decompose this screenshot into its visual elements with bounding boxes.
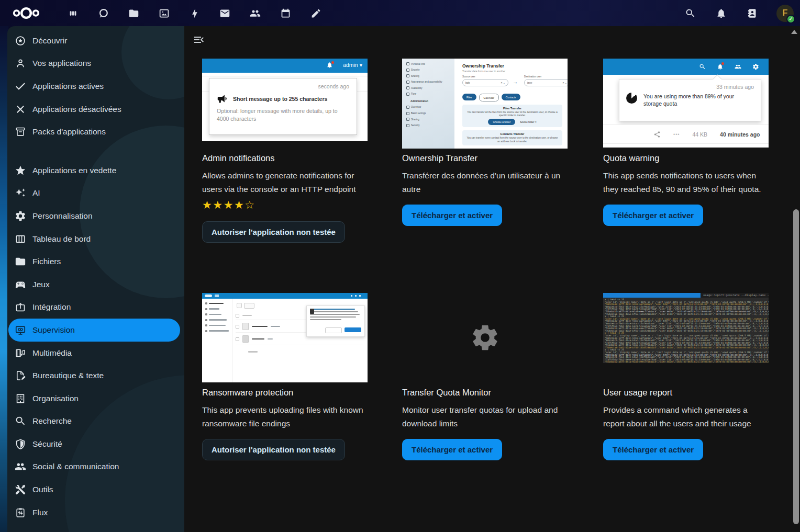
thumb-settings-item: Availability: [406, 86, 454, 89]
scrollbar-thumb[interactable]: [793, 209, 799, 524]
app-title[interactable]: Ransomware protection: [202, 388, 368, 398]
sidebar-item-active-apps[interactable]: Applications actives: [7, 75, 184, 98]
thumb-pill-calendar: Calendar: [479, 94, 499, 101]
topbar-app-files-icon[interactable]: [128, 8, 139, 19]
topbar-app-notes-icon[interactable]: [310, 8, 321, 19]
thumb-source-folder: Source folder ×: [520, 121, 536, 123]
sidebar-item-disabled-apps[interactable]: Applications désactivées: [7, 98, 184, 121]
scrollbar-up-arrow-icon[interactable]: [791, 30, 797, 34]
thumb-folder-tab: [215, 295, 219, 297]
download-and-enable-button[interactable]: Télécharger et activer: [603, 205, 703, 226]
sidebar-item-customization[interactable]: Personnalisation: [7, 205, 184, 228]
sidebar-item-ai[interactable]: AI: [7, 182, 184, 205]
topbar-app-activity-icon[interactable]: [189, 8, 200, 19]
app-title[interactable]: Transfer Quota Monitor: [402, 388, 568, 398]
app-description: Monitor user transfer quotas for upload …: [402, 403, 568, 431]
app-screenshot-quota-warning: 33 minutes ago You are using more than 8…: [603, 59, 769, 153]
sidebar-item-files[interactable]: Fichiers: [7, 250, 184, 273]
app-card-admin-notifications[interactable]: admin ▾ seconds ago Short message up to …: [202, 59, 368, 243]
topbar-app-dashboard-icon[interactable]: [68, 8, 79, 19]
sidebar-item-label: Outils: [32, 485, 53, 494]
download-and-enable-button[interactable]: Télécharger et activer: [603, 439, 703, 460]
sidebar-item-office[interactable]: Bureautique & texte: [7, 364, 184, 387]
sidebar-item-app-bundles[interactable]: Packs d'applications: [7, 120, 184, 143]
sidebar-item-organization[interactable]: Organisation: [7, 387, 184, 410]
topbar-app-mail-icon[interactable]: [219, 8, 230, 19]
pie-chart-icon: [626, 93, 637, 104]
sidebar-item-dashboard[interactable]: Tableau de bord: [7, 228, 184, 251]
sidebar-item-your-apps[interactable]: Vos applications: [7, 52, 184, 75]
topbar-app-talk-icon[interactable]: [98, 8, 109, 19]
thumb-pill-files: Files: [462, 94, 476, 100]
topbar-right-actions: F ✓: [685, 0, 794, 26]
user-avatar[interactable]: F ✓: [776, 5, 794, 22]
app-screenshot-ownership-transfer: Personal infoSecuritySharingAppearance a…: [402, 59, 568, 153]
app-card-user-usage-report[interactable]: usage:report:generate --display-name --l…: [603, 293, 769, 460]
app-card-ransomware-protection[interactable]: Ransomware protection This app prevents …: [202, 293, 368, 460]
thumb-notification-popup: seconds ago Short message up to 255 char…: [209, 78, 357, 135]
topbar-app-calendar-icon[interactable]: [280, 8, 291, 19]
magnify-icon: [699, 63, 706, 70]
app-card-ownership-transfer[interactable]: Personal infoSecuritySharingAppearance a…: [402, 59, 568, 226]
thumb-header-icons: [351, 295, 364, 297]
app-title[interactable]: Ownership Transfer: [402, 153, 568, 163]
sidebar-item-discover[interactable]: Découvrir: [7, 29, 184, 52]
nextcloud-logo-icon[interactable]: [12, 5, 40, 21]
sidebar-item-monitoring[interactable]: Supervision: [8, 319, 180, 342]
sidebar-item-multimedia[interactable]: Multimédia: [7, 342, 184, 365]
topbar-app-contacts-icon[interactable]: [250, 8, 261, 19]
sidebar-item-tools[interactable]: Outils: [7, 478, 184, 501]
thumb-dest-label: Destination user: [524, 75, 541, 78]
monitor-eye-icon: [15, 324, 26, 336]
sidebar-item-label: Social & communication: [32, 462, 119, 471]
enable-untested-app-button[interactable]: Autoriser l'application non testée: [202, 439, 345, 460]
app-description: Allows admins to generate notifications …: [202, 169, 368, 196]
thumb-secondary-button: [325, 327, 342, 333]
app-store-content: admin ▾ seconds ago Short message up to …: [184, 26, 800, 532]
contacts-menu-icon[interactable]: [747, 8, 758, 19]
notifications-icon[interactable]: [716, 8, 727, 19]
sidebar-item-integration[interactable]: Intégration: [7, 296, 184, 319]
sidebar-item-label: Tableau de bord: [32, 234, 91, 244]
download-and-enable-button[interactable]: Télécharger et activer: [402, 439, 502, 460]
thumb-terminal-titlebar: usage:report:generate --display-name --l…: [603, 293, 769, 298]
topbar-app-photos-icon[interactable]: [159, 8, 170, 19]
app-card-quota-warning[interactable]: 33 minutes ago You are using more than 8…: [603, 59, 769, 226]
sidebar-item-label: Applications en vedette: [32, 166, 116, 175]
thumb-section-subtitle: Transfer data from one user to another: [462, 70, 562, 73]
sidebar-item-security[interactable]: Sécurité: [7, 433, 184, 456]
sidebar-item-label: Fichiers: [32, 257, 61, 266]
thumb-terminal-title: usage:report:generate --display-name --l…: [701, 293, 769, 298]
collapse-sidebar-icon[interactable]: [193, 33, 205, 46]
shield-icon: [15, 438, 26, 450]
archive-icon: [15, 126, 26, 138]
app-title[interactable]: User usage report: [603, 388, 769, 398]
sidebar-item-search[interactable]: Recherche: [7, 410, 184, 433]
thumb-notification-popup: 33 minutes ago You are using more than 8…: [619, 79, 761, 121]
sidebar-item-social[interactable]: Social & communication: [7, 456, 184, 479]
sidebar-item-label: Organisation: [32, 394, 79, 403]
sidebar-item-workflow[interactable]: Flux: [7, 501, 184, 524]
app-store-sidebar: DécouvrirVos applicationsApplications ac…: [7, 26, 184, 532]
thumb-settings-item: Flow: [406, 93, 454, 96]
download-and-enable-button[interactable]: Télécharger et activer: [402, 205, 502, 226]
document-edit-icon: [15, 370, 26, 381]
search-icon[interactable]: [685, 8, 696, 19]
app-shell: DécouvrirVos applicationsApplications ac…: [0, 26, 800, 532]
thumb-primary-button: [345, 327, 361, 332]
thumb-settings-item: Security: [406, 124, 454, 127]
sparkles-icon: [15, 187, 26, 199]
enable-untested-app-button[interactable]: Autoriser l'application non testée: [202, 221, 345, 243]
bullhorn-icon: [217, 93, 228, 104]
integration-icon: [15, 301, 26, 313]
app-card-transfer-quota-monitor[interactable]: Transfer Quota Monitor Monitor user tran…: [402, 293, 568, 460]
sidebar-item-games[interactable]: Jeux: [7, 273, 184, 296]
app-title[interactable]: Admin notifications: [202, 153, 368, 163]
sidebar-item-featured[interactable]: Applications en vedette: [7, 159, 184, 182]
online-status-icon: ✓: [786, 15, 795, 24]
app-title[interactable]: Quota warning: [603, 153, 769, 163]
sidebar-item-label: Multimédia: [32, 348, 72, 358]
thumb-pill-contacts: Contacts: [502, 94, 520, 100]
divider: [202, 76, 368, 76]
thumb-files-transfer-title: Files Transfer: [466, 107, 558, 110]
